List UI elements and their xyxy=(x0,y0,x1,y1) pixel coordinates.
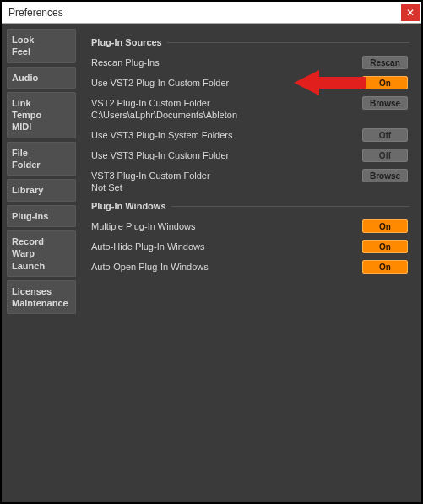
row-multi-windows: Multiple Plug-In Windows On xyxy=(91,219,409,233)
section-title: Plug-In Windows xyxy=(91,201,166,211)
sidebar-tab-file-folder[interactable]: FileFolder xyxy=(7,142,76,176)
row-auto-hide: Auto-Hide Plug-In Windows On xyxy=(91,240,409,253)
vst3-folder-path: Not Set xyxy=(91,182,122,192)
sidebar-tab-plug-ins[interactable]: Plug-Ins xyxy=(7,205,76,227)
row-vst3-folder: VST3 Plug-In Custom Folder Browse Not Se… xyxy=(91,169,409,192)
section-plugin-windows: Plug-In Windows xyxy=(91,201,409,211)
rescan-button[interactable]: Rescan xyxy=(362,56,408,69)
sidebar: LookFeel Audio LinkTempoMIDI FileFolder … xyxy=(2,24,79,502)
vst2-folder-path: C:\Users\aLphr\Documents\Ableton xyxy=(91,110,237,120)
sidebar-tab-audio[interactable]: Audio xyxy=(7,67,76,89)
toggle-vst3-custom[interactable]: Off xyxy=(362,149,408,162)
row-label: VST2 Plug-In Custom Folder xyxy=(91,98,361,108)
window-title: Preferences xyxy=(8,7,63,19)
row-label: Multiple Plug-In Windows xyxy=(91,221,361,231)
row-label: Use VST2 Plug-In Custom Folder xyxy=(91,78,361,88)
browse-vst2-button[interactable]: Browse xyxy=(362,96,408,110)
row-label: Rescan Plug-Ins xyxy=(91,57,361,68)
sidebar-tab-look-feel[interactable]: LookFeel xyxy=(7,29,76,63)
row-label: Use VST3 Plug-In System Folders xyxy=(91,130,361,140)
titlebar: Preferences ✕ xyxy=(2,2,421,24)
browse-vst3-button[interactable]: Browse xyxy=(362,169,408,182)
section-title: Plug-In Sources xyxy=(91,37,162,47)
section-plugin-sources: Plug-In Sources xyxy=(91,37,409,47)
close-button[interactable]: ✕ xyxy=(401,4,420,21)
row-use-vst3-system: Use VST3 Plug-In System Folders Off xyxy=(91,128,409,142)
divider xyxy=(171,206,410,207)
row-vst2-folder: VST2 Plug-In Custom Folder Browse C:\Use… xyxy=(91,96,409,120)
sidebar-tab-link-tempo-midi[interactable]: LinkTempoMIDI xyxy=(7,92,76,138)
toggle-auto-open[interactable]: On xyxy=(362,260,408,274)
row-use-vst3-custom: Use VST3 Plug-In Custom Folder Off xyxy=(91,149,409,162)
divider xyxy=(167,42,409,43)
toggle-vst3-system[interactable]: Off xyxy=(362,128,408,142)
sidebar-tab-licenses-maintenance[interactable]: LicensesMaintenance xyxy=(7,280,76,315)
row-label: Auto-Hide Plug-In Windows xyxy=(91,241,361,252)
toggle-multi-windows[interactable]: On xyxy=(362,219,408,233)
close-icon: ✕ xyxy=(406,8,415,18)
row-auto-open: Auto-Open Plug-In Windows On xyxy=(91,260,409,274)
sidebar-tab-library[interactable]: Library xyxy=(7,179,76,201)
sidebar-tab-record-warp-launch[interactable]: RecordWarpLaunch xyxy=(7,230,76,277)
toggle-vst2-custom[interactable]: On xyxy=(362,76,408,89)
row-label: Auto-Open Plug-In Windows xyxy=(91,262,361,272)
main-panel: Plug-In Sources Rescan Plug-Ins Rescan U… xyxy=(79,24,421,502)
row-rescan: Rescan Plug-Ins Rescan xyxy=(91,56,409,69)
row-use-vst2-custom: Use VST2 Plug-In Custom Folder On xyxy=(91,76,409,89)
row-label: Use VST3 Plug-In Custom Folder xyxy=(91,150,361,160)
row-label: VST3 Plug-In Custom Folder xyxy=(91,171,361,181)
toggle-auto-hide[interactable]: On xyxy=(362,240,408,253)
